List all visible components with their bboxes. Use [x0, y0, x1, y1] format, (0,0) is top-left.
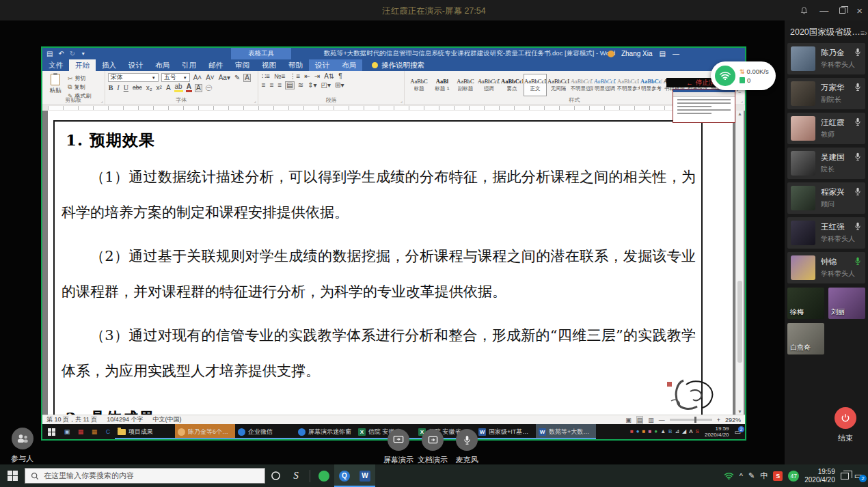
taskbar-item-陈乃金等6个会话[interactable]: 陈乃金等6个会话 — [175, 424, 235, 439]
app-orange-icon[interactable]: ■ — [642, 429, 646, 434]
word-taskbar-icon[interactable]: W — [355, 464, 375, 487]
screen-share-control[interactable]: 屏幕演示 — [383, 429, 414, 465]
styles-launcher-icon[interactable]: ⌟ — [741, 98, 743, 104]
ribbon-tab-视图[interactable]: 视图 — [256, 59, 282, 71]
align-right-icon[interactable]: ≡ — [277, 82, 283, 89]
volume-icon[interactable]: ◢ — [682, 429, 686, 434]
tray-expand-icon[interactable]: ^ — [740, 472, 743, 480]
ribbon-tab-审阅[interactable]: 审阅 — [229, 59, 256, 71]
language-indicator[interactable]: 中文(中国) — [152, 415, 181, 424]
participant-陈乃金[interactable]: 陈乃金学科带头人 — [787, 43, 865, 74]
clipboard-launcher-icon[interactable]: ⌟ — [100, 98, 103, 104]
bluetooth-icon[interactable]: B — [668, 429, 672, 434]
participant-mic-icon[interactable] — [854, 186, 861, 199]
style-强调[interactable]: AaBbCcD强调 — [477, 74, 500, 96]
line-spacing-icon[interactable]: ⇕▾ — [307, 82, 317, 89]
pilcrow-icon[interactable]: ¶ — [338, 73, 342, 80]
style-正文[interactable]: AaBbCcDc正文 — [524, 74, 547, 96]
participant-mic-icon[interactable] — [854, 152, 861, 164]
participant-mic-icon[interactable] — [854, 221, 861, 234]
sogou-icon[interactable]: S — [773, 471, 783, 481]
minimize-button[interactable]: — — [819, 6, 828, 15]
ribbon-tab-设计[interactable]: 设计 — [309, 59, 336, 71]
char-border-icon[interactable]: A — [243, 74, 251, 82]
participant-tile-徐梅[interactable]: 徐梅 — [787, 288, 824, 319]
presenter-preview-thumbnail[interactable] — [673, 89, 735, 123]
taskbar-item-数苑等+大数据时…[interactable]: W数苑等+大数据时… — [536, 424, 596, 439]
enclose-char-icon[interactable]: ㊀ — [205, 85, 213, 92]
network-status-widget[interactable]: ⇅0.00K/s 0 — [711, 61, 776, 90]
sort-icon[interactable]: A⇅ — [323, 73, 335, 80]
shared-clock[interactable]: 19:592020/4/20 — [705, 426, 729, 438]
justify-icon[interactable]: ▤ — [285, 81, 294, 89]
end-meeting-control[interactable]: 结束 — [832, 407, 858, 443]
wechat-icon[interactable]: ● — [654, 429, 657, 434]
tell-me-search[interactable]: 操作说明搜索 — [372, 59, 424, 71]
participant-吴建国[interactable]: 吴建国院长 — [787, 148, 865, 179]
grid-app-icon[interactable]: ▦ — [87, 424, 101, 439]
read-mode-icon[interactable]: ▣ — [625, 417, 632, 423]
grow-font-icon[interactable]: A˄ — [193, 74, 203, 81]
redo-icon[interactable]: ↻ — [70, 50, 75, 57]
style-不明显强调[interactable]: AaBbCcD不明显强调 — [570, 74, 593, 96]
zoom-out-button[interactable]: — — [659, 417, 665, 423]
pen-icon[interactable]: ✎ — [748, 471, 755, 480]
remote-desktop-icon[interactable]: ▣ — [60, 424, 74, 439]
style-明显参考[interactable]: AaBbCcI明显参考 — [640, 74, 663, 96]
cortana-icon[interactable] — [265, 464, 286, 487]
decrease-indent-icon[interactable]: ⇤ — [303, 73, 310, 80]
restore-button[interactable] — [839, 8, 845, 14]
ribbon-tab-布局[interactable]: 布局 — [149, 59, 176, 71]
participant-程家兴[interactable]: 程家兴顾问 — [787, 182, 865, 214]
ribbon-tab-开始[interactable]: 开始 — [69, 59, 96, 71]
system-clock[interactable]: 19:592020/4/20 — [804, 468, 835, 484]
bullets-icon[interactable]: ∷≡ — [261, 73, 271, 80]
word-minimize-icon[interactable]: — — [673, 50, 679, 57]
align-left-icon[interactable]: ≡ — [261, 82, 267, 89]
borders-icon[interactable]: ⊞▾ — [334, 82, 344, 89]
doc-share-control[interactable]: 文档演示 — [417, 429, 448, 465]
participant-mic-icon[interactable] — [854, 256, 861, 268]
ribbon-tab-设计[interactable]: 设计 — [122, 59, 149, 71]
virtual-desktop-icon[interactable] — [841, 473, 849, 479]
taskbar-search-input[interactable]: 在这里输入你要搜索的内容 — [25, 468, 265, 484]
ribbon-tab-邮件[interactable]: 邮件 — [202, 59, 229, 71]
distribute-icon[interactable]: ≋ — [297, 82, 304, 89]
word-count[interactable]: 10/4294 个字 — [107, 415, 143, 424]
zoom-slider[interactable] — [670, 419, 712, 421]
italic-button[interactable]: I — [116, 85, 120, 92]
undo-icon[interactable]: ↶ — [58, 50, 64, 57]
numbering-icon[interactable]: №≡ — [273, 73, 286, 80]
participant-mic-icon[interactable] — [854, 82, 861, 94]
font-launcher-icon[interactable]: ⌟ — [254, 98, 256, 104]
cut-button[interactable]: ✂剪切 — [68, 74, 92, 82]
participant-mic-icon[interactable] — [854, 47, 861, 59]
increase-indent-icon[interactable]: ⇥ — [314, 73, 321, 80]
copy-button[interactable]: ⧉复制 — [68, 83, 92, 91]
qat-dropdown-icon[interactable]: ▼ — [81, 51, 85, 56]
document-page[interactable]: 1. 预期效果 （1）通过数据统计描述分析，可以得到学生成绩的分布特征，据此分析… — [48, 111, 733, 415]
ribbon-tab-帮助[interactable]: 帮助 — [282, 59, 309, 71]
page-indicator[interactable]: 第 10 页，共 11 页 — [46, 415, 97, 424]
app-pink-icon[interactable]: ■ — [648, 429, 651, 434]
scroll-up-icon[interactable]: ▲ — [736, 111, 744, 116]
scroll-down-icon[interactable]: ▼ — [736, 409, 744, 414]
ribbon-tab-布局[interactable]: 布局 — [336, 59, 362, 71]
taskbar-item-项目成果[interactable]: 项目成果 — [115, 424, 175, 439]
paste-button[interactable]: 粘贴 — [45, 72, 66, 96]
wecom-taskbar-icon[interactable]: Q — [334, 464, 355, 487]
participant-王红强[interactable]: 王红强学科带头人 — [787, 217, 865, 249]
text-effects-icon[interactable]: A — [165, 85, 172, 92]
participant-mic-icon[interactable] — [854, 117, 861, 129]
align-center-icon[interactable]: ≡ — [269, 82, 275, 89]
multilevel-list-icon[interactable]: ⋮≡ — [289, 73, 301, 80]
change-case-icon[interactable]: Aa▾ — [218, 74, 231, 81]
browser-icon[interactable]: ● — [636, 429, 640, 434]
participant-tile-白燕奇[interactable]: 白燕奇 — [787, 323, 824, 354]
sogou-icon[interactable]: S — [696, 429, 699, 434]
action-center-icon[interactable]: ▭2 — [854, 471, 863, 481]
save-icon[interactable]: ▤ — [46, 50, 53, 57]
start-button[interactable] — [0, 464, 25, 487]
app-red-icon[interactable]: ■ — [630, 429, 634, 434]
style-要点[interactable]: AaBbCcD要点 — [500, 74, 524, 96]
